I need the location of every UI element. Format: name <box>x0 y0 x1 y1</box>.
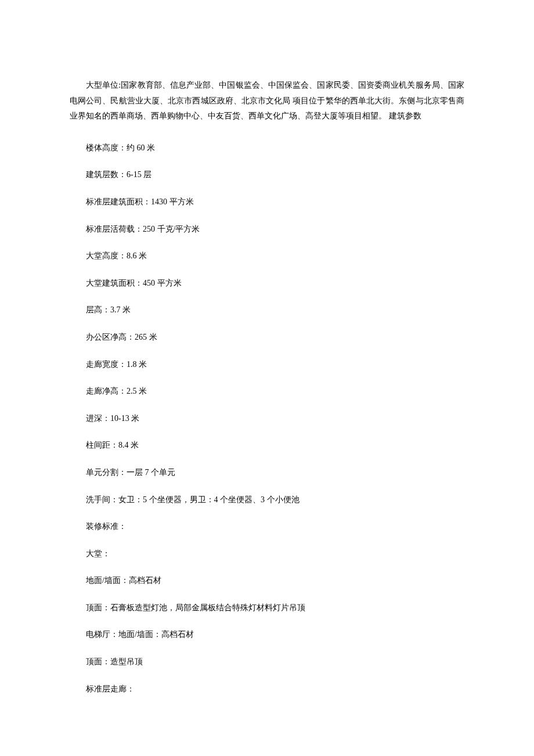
param-decoration-standard: 装修标准： <box>86 519 464 535</box>
param-elevator-hall: 电梯厅：地面/墙面：高档石材 <box>86 627 464 643</box>
param-lobby-heading: 大堂： <box>86 546 464 562</box>
param-depth: 进深：10-13 米 <box>86 411 464 427</box>
param-corridor-width: 走廊宽度：1.8 米 <box>86 357 464 373</box>
param-building-height: 楼体高度：约 60 米 <box>86 141 464 156</box>
param-lobby-area: 大堂建筑面积：450 平方米 <box>86 276 464 291</box>
param-ceiling-2: 顶面：造型吊顶 <box>86 654 464 670</box>
param-live-load: 标准层活荷载：250 千克/平方米 <box>86 222 464 237</box>
param-corridor-clear-height: 走廊净高：2.5 米 <box>86 384 464 399</box>
param-storey-height: 层高：3.7 米 <box>86 303 464 318</box>
param-column-spacing: 柱间距：8.4 米 <box>86 438 464 453</box>
param-ceiling-1: 顶面：石膏板造型灯池，局部金属板结合特殊灯材料灯片吊顶 <box>86 600 464 616</box>
param-floor-count: 建筑层数：6-15 层 <box>86 167 464 183</box>
param-lobby-height: 大堂高度：8.6 米 <box>86 249 464 264</box>
param-standard-floor-area: 标准层建筑面积：1430 平方米 <box>86 195 464 210</box>
param-unit-division: 单元分割：一层 7 个单元 <box>86 465 464 481</box>
intro-paragraph: 大型单位:国家教育部、信息产业部、中国银监会、中国保监会、国家民委、国资委商业机… <box>70 78 464 124</box>
param-standard-corridor: 标准层走廊： <box>86 682 464 697</box>
document-page: 大型单位:国家教育部、信息产业部、中国银监会、中国保监会、国家民委、国资委商业机… <box>0 0 534 743</box>
param-floor-wall-material: 地面/墙面：高档石材 <box>86 573 464 589</box>
param-restroom: 洗手间：女卫：5 个坐便器，男卫：4 个坐便器、3 个小便池 <box>86 492 464 508</box>
param-office-clear-height: 办公区净高：265 米 <box>86 330 464 345</box>
